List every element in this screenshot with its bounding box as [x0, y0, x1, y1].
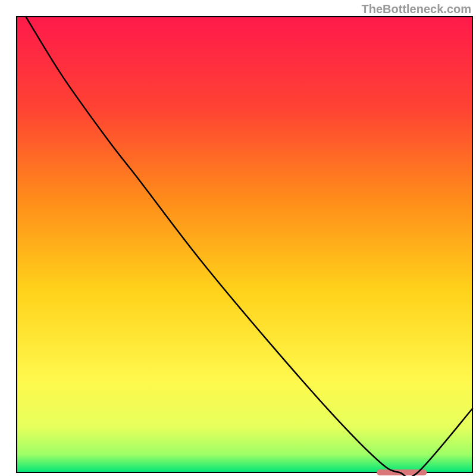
watermark-label: TheBottleneck.com [362, 2, 471, 16]
plot-background [17, 17, 472, 472]
bottleneck-chart [0, 0, 476, 476]
